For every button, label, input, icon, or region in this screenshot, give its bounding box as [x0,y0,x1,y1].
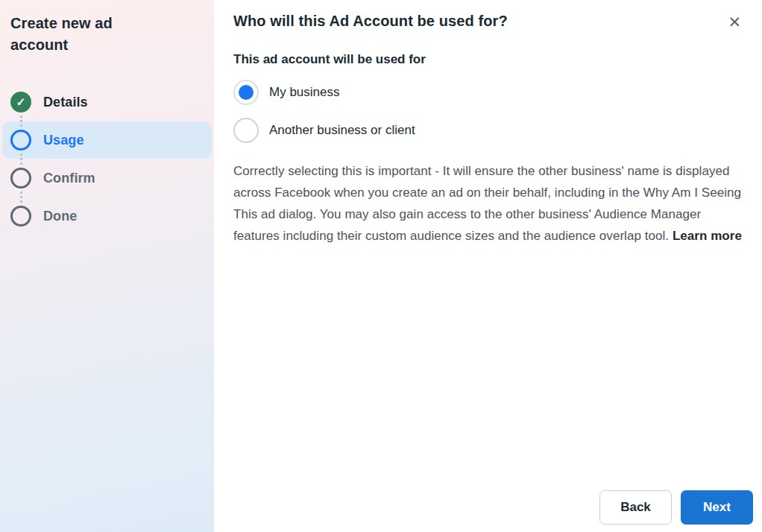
next-button[interactable]: Next [681,490,753,525]
question-label: This ad account will be used for [233,52,750,67]
step-label: Confirm [43,171,95,186]
learn-more-link[interactable]: Learn more [673,229,742,243]
radio-option-my-business[interactable]: My business [233,80,750,105]
radio-button-selected[interactable] [233,80,259,105]
footer-actions: Back Next [599,490,753,525]
radio-dot [239,85,254,100]
step-label: Details [43,95,88,110]
step-label: Done [43,209,77,224]
active-circle-icon [10,130,31,151]
check-circle-icon: ✓ [10,92,31,113]
option-label: Another business or client [269,123,415,138]
radio-button-unselected[interactable] [233,118,259,143]
pending-circle-icon [10,168,31,189]
main-header: Who will this Ad Account be used for? ✕ [233,13,750,31]
step-usage[interactable]: Usage [2,121,212,159]
dialog-title: Create new ad account [2,13,151,56]
main-panel: Who will this Ad Account be used for? ✕ … [214,0,762,532]
usage-description: Correctly selecting this is important - … [233,160,750,247]
wizard-steps: ✓ Details Usage Confirm Done [2,83,212,235]
step-done[interactable]: Done [2,197,212,235]
back-button[interactable]: Back [599,490,672,525]
wizard-sidebar: Create new ad account ✓ Details Usage Co… [0,0,214,532]
close-icon[interactable]: ✕ [725,13,744,31]
page-title: Who will this Ad Account be used for? [233,13,508,30]
step-label: Usage [43,133,84,148]
pending-circle-icon [10,206,31,227]
description-text: Correctly selecting this is important - … [233,164,741,243]
create-ad-account-dialog: Create new ad account ✓ Details Usage Co… [0,0,762,532]
step-details[interactable]: ✓ Details [2,83,212,121]
step-confirm[interactable]: Confirm [2,159,212,197]
option-label: My business [269,85,339,100]
radio-option-another-business[interactable]: Another business or client [233,118,750,143]
